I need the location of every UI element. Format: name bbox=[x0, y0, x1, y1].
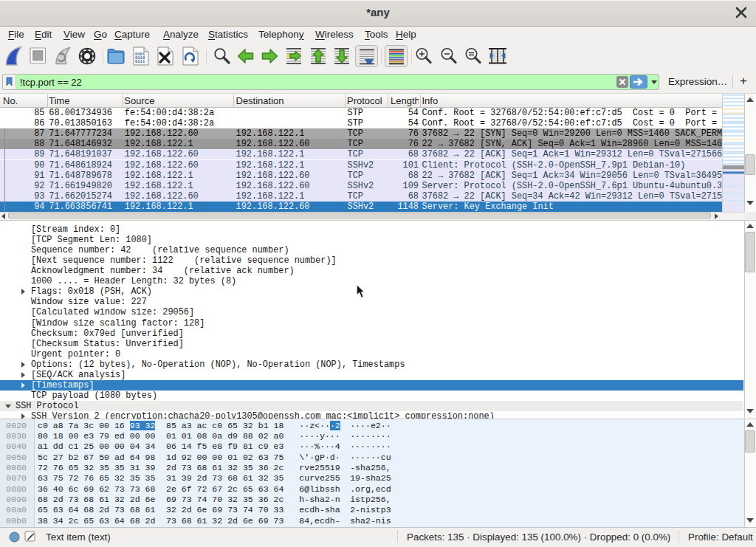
svg-text:0111: 0111 bbox=[135, 59, 145, 64]
